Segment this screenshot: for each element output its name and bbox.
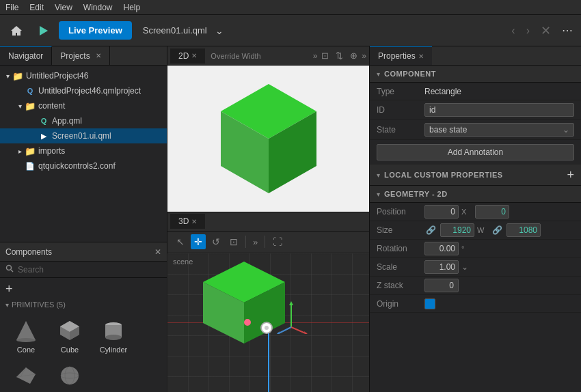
svg-marker-24 (289, 301, 293, 305)
search-icon (5, 264, 14, 275)
size-h-input[interactable] (506, 223, 541, 237)
size-h-link-icon[interactable]: 🔗 (492, 225, 502, 235)
primitive-plane[interactable]: Plane (5, 359, 46, 392)
main-layout: Navigator Projects ✕ ▾ 📁 UntitledProject… (0, 46, 581, 392)
tree-label-content: content (38, 101, 65, 111)
file-name-label: Screen01.ui.qml (143, 25, 207, 36)
right-tab-bar: Properties ✕ (370, 46, 581, 66)
geometry-section-header[interactable]: ▾ GEOMETRY - 2D (370, 186, 581, 203)
geo-row-size: Size 🔗 W 🔗 (370, 221, 581, 240)
tree-item-root[interactable]: ▾ 📁 UntitledProject46 (0, 68, 167, 83)
nav-forward-button[interactable]: › (524, 22, 532, 40)
view-2d-tool-add[interactable]: ⊕ (347, 49, 360, 62)
tab-projects[interactable]: Projects ✕ (52, 46, 109, 65)
tab-2d[interactable]: 2D ✕ (170, 48, 205, 64)
tree-item-conf[interactable]: 📄 qtquickcontrols2.conf (0, 158, 167, 173)
origin-color-swatch[interactable] (424, 298, 435, 309)
play-button[interactable] (33, 22, 53, 40)
menu-file[interactable]: File (5, 3, 18, 12)
primitives-section-header[interactable]: ▾ PRIMITIVES (5) (0, 298, 167, 311)
prop-row-id: ID (370, 100, 581, 120)
primitive-cone[interactable]: Cone (5, 314, 46, 356)
svg-point-10 (105, 335, 122, 340)
close-button[interactable]: ✕ (538, 20, 554, 41)
right-panel: Properties ✕ ▾ COMPONENT Type Rectangle … (369, 46, 581, 392)
search-bar (0, 262, 167, 278)
tab-3d[interactable]: 3D ✕ (170, 214, 205, 229)
left-tab-bar: Navigator Projects ✕ (0, 46, 167, 66)
prop-row-type: Type Rectangle (370, 83, 581, 100)
rotate-tool-button[interactable]: ↺ (208, 234, 224, 249)
tree-label-imports: imports (38, 146, 65, 156)
fit-view-button[interactable]: ⛶ (269, 234, 286, 249)
toolbar-3d: ↖ ✛ ↺ ⊡ » ⛶ (167, 232, 369, 253)
type-label: Type (377, 87, 424, 96)
tree-item-qmlproject[interactable]: Q UntitledProject46.qmlproject (0, 83, 167, 98)
id-label: ID (377, 105, 424, 115)
tree-item-app-qml[interactable]: Q App.qml (0, 113, 167, 128)
state-dropdown-text: base state (429, 125, 467, 135)
file-dropdown-arrow[interactable]: ⌄ (215, 25, 224, 36)
tree-item-content[interactable]: ▾ 📁 content (0, 98, 167, 113)
cylinder-icon (100, 317, 127, 344)
2d-tab-close[interactable]: ✕ (191, 52, 197, 59)
projects-tab-close[interactable]: ✕ (96, 52, 101, 59)
view-2d-tool-aspect[interactable]: ⊡ (319, 49, 332, 62)
type-value: Rectangle (424, 87, 574, 96)
cube-2d-preview (200, 70, 337, 207)
tree-item-imports[interactable]: ▸ 📁 imports (0, 143, 167, 158)
state-dropdown-arrow-icon: ⌄ (563, 125, 569, 135)
menu-edit[interactable]: Edit (29, 3, 44, 12)
prop-row-state: State base state ⌄ (370, 120, 581, 140)
tree-item-screen01[interactable]: ▶ Screen01.ui.qml (0, 128, 167, 143)
tab-navigator[interactable]: Navigator (0, 46, 52, 65)
more-options-button[interactable]: ⋯ (559, 21, 576, 40)
menu-help[interactable]: Help (124, 3, 141, 12)
menu-view[interactable]: View (55, 3, 72, 12)
geometry-arrow-icon: ▾ (377, 191, 380, 198)
view-2d-more-icon[interactable]: » (362, 51, 366, 61)
view-2d: 2D ✕ Override Width » ⊡ ⇅ ⊕ » (167, 46, 369, 212)
position-y-input[interactable] (424, 205, 459, 219)
geo-row-rotation: Rotation ° (370, 240, 581, 258)
imports-icon: 📁 (25, 145, 36, 156)
scale-input[interactable] (424, 260, 459, 274)
components-search-input[interactable] (18, 265, 161, 275)
state-dropdown[interactable]: base state ⌄ (424, 123, 574, 137)
tab-properties[interactable]: Properties ✕ (370, 46, 432, 65)
more-tools-icon[interactable]: » (313, 51, 318, 61)
primitive-cube[interactable]: Cube (49, 314, 90, 356)
properties-tab-close[interactable]: ✕ (418, 53, 424, 60)
live-preview-button[interactable]: Live Preview (59, 21, 132, 40)
components-header: Components ✕ (0, 242, 167, 262)
add-annotation-button[interactable]: Add Annotation (377, 144, 574, 160)
component-section-header[interactable]: ▾ COMPONENT (370, 66, 581, 83)
scale-dropdown-arrow-icon[interactable]: ⌄ (461, 262, 468, 272)
size-link-icon[interactable]: 🔗 (426, 225, 436, 235)
rotation-input[interactable] (424, 242, 459, 255)
tool-more-icon[interactable]: » (250, 237, 260, 247)
size-w-input[interactable] (440, 223, 474, 237)
primitive-sphere[interactable]: Sphere (49, 359, 90, 392)
3d-tab-close[interactable]: ✕ (191, 218, 197, 225)
components-panel: Components ✕ + ▾ PRIMITIVES (5) (0, 242, 167, 392)
add-property-button[interactable]: + (567, 169, 574, 181)
scale-tool-button[interactable]: ⊡ (226, 234, 241, 249)
menu-window[interactable]: Window (83, 3, 113, 12)
local-custom-section-header[interactable]: ▾ LOCAL CUSTOM PROPERTIES + (370, 165, 581, 186)
view-2d-tool-adjust[interactable]: ⇅ (333, 49, 346, 62)
cone-label: Cone (17, 346, 35, 354)
origin-label: Origin (377, 299, 424, 309)
cube-label: Cube (61, 346, 79, 354)
cone-icon (12, 317, 40, 344)
primitive-cylinder[interactable]: Cylinder (93, 314, 134, 356)
select-tool-button[interactable]: ↖ (173, 234, 188, 249)
id-input[interactable] (424, 103, 574, 117)
components-close-icon[interactable]: ✕ (154, 247, 161, 257)
move-tool-button[interactable]: ✛ (191, 234, 206, 249)
svg-marker-3 (16, 321, 36, 340)
position-x-input[interactable] (475, 205, 509, 219)
nav-back-button[interactable]: ‹ (509, 22, 517, 40)
home-button[interactable] (5, 21, 27, 40)
add-component-button[interactable]: + (0, 281, 18, 298)
